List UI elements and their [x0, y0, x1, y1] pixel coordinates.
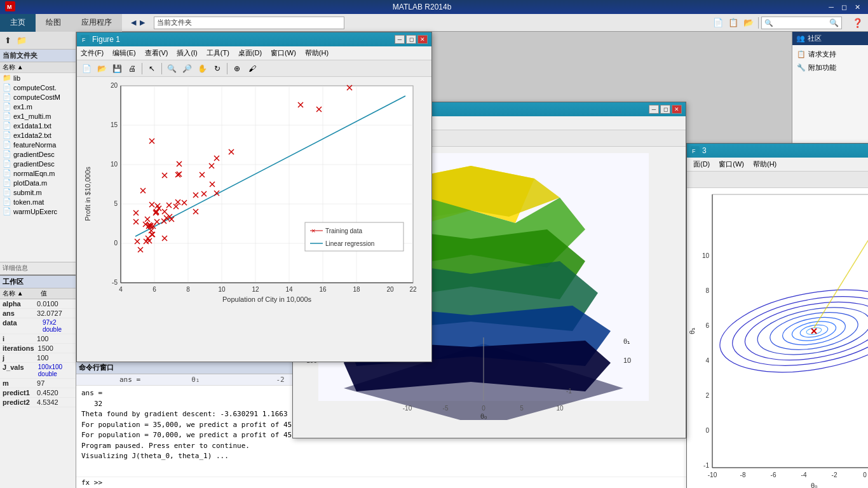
ws-row-alpha[interactable]: alpha 0.0100	[0, 299, 76, 309]
menu-help[interactable]: 帮助(H)	[301, 47, 332, 59]
folder-btn[interactable]: 📁	[15, 35, 29, 46]
fig2-minimize[interactable]: ─	[649, 105, 659, 114]
figure3-toolbar	[687, 172, 868, 188]
svg-text:10: 10	[218, 286, 226, 293]
file-item-warmup[interactable]: 📄 warmUpExerc	[0, 207, 76, 216]
print-fig-btn[interactable]: 🖨	[125, 62, 139, 76]
tab-apps[interactable]: 应用程序	[71, 14, 122, 32]
file-item-ex1multi[interactable]: 📄 ex1_multi.m	[0, 111, 76, 121]
figure1-title: Figure 1	[92, 35, 120, 44]
close-btn[interactable]: ✕	[852, 3, 863, 11]
help-request-support[interactable]: 📋 请求支持	[795, 48, 865, 61]
fig1-minimize[interactable]: ─	[395, 35, 405, 44]
ws-row-predict2[interactable]: predict2 4.5342	[0, 398, 76, 407]
brush-btn[interactable]: 🖌	[245, 62, 259, 76]
file-item-plotdata[interactable]: 📄 plotData.m	[0, 178, 76, 187]
arrow-tool[interactable]: ↖	[145, 62, 159, 76]
save-fig-btn[interactable]: 💾	[110, 62, 124, 76]
menu-insert[interactable]: 插入(I)	[173, 47, 201, 59]
tab-home[interactable]: 主页	[0, 14, 36, 32]
menu-edit[interactable]: 编辑(E)	[109, 47, 140, 59]
new-script-btn[interactable]: 📄	[711, 17, 725, 28]
menu-file[interactable]: 文件(F)	[77, 47, 107, 59]
menu-tools[interactable]: 工具(T)	[203, 47, 233, 59]
search-icon[interactable]: 🔍	[829, 18, 839, 27]
ws-row-i[interactable]: i 100	[0, 334, 76, 344]
file-item-computecost2[interactable]: 📄 computeCostM	[0, 92, 76, 102]
svg-text:-10: -10	[403, 405, 412, 412]
new-btn[interactable]: 📋	[726, 17, 740, 28]
svg-text:6: 6	[705, 322, 709, 329]
file-item-submit[interactable]: 📄 submit.m	[0, 187, 76, 197]
ws-header: 名称 ▲ 值	[0, 288, 76, 299]
fig3-menu-window[interactable]: 窗口(W)	[715, 158, 748, 170]
file-item-lib[interactable]: 📁 lib	[0, 73, 76, 83]
fig1-close[interactable]: ✕	[417, 35, 428, 44]
search-input[interactable]	[764, 19, 828, 27]
minimize-btn[interactable]: ─	[826, 3, 836, 11]
nav-back[interactable]: ◀	[130, 18, 137, 27]
new-fig-btn[interactable]: 📄	[79, 62, 93, 76]
file-icon: 📄	[3, 179, 11, 187]
nav-forward[interactable]: ▶	[139, 18, 146, 27]
file-item-ex1data2[interactable]: 📄 ex1data2.txt	[0, 130, 76, 140]
ws-row-data[interactable]: data 97x2 double	[0, 318, 76, 334]
help-addons[interactable]: 🔧 附加功能	[795, 61, 865, 74]
ws-row-ans[interactable]: ans 32.0727	[0, 309, 76, 318]
ws-row-jvals[interactable]: J_vals 100x100 double	[0, 363, 76, 379]
fig-sep3	[227, 63, 227, 74]
open-fig-btn[interactable]: 📂	[95, 62, 109, 76]
rotate-btn[interactable]: ↻	[210, 62, 224, 76]
fig3-menu-help[interactable]: 帮助(H)	[749, 158, 780, 170]
menu-window[interactable]: 窗口(W)	[267, 47, 300, 59]
fig1-maximize[interactable]: ◻	[406, 35, 416, 44]
file-item-gradientdesc1[interactable]: 📄 gradientDesc	[0, 149, 76, 159]
file-item-featurenorm[interactable]: 📄 featureNorma	[0, 140, 76, 149]
svg-text:θ₁: θ₁	[623, 337, 630, 345]
ws-row-predict1[interactable]: predict1 0.4520	[0, 388, 76, 398]
current-path: 当前文件夹	[157, 18, 192, 27]
zoom-in-btn[interactable]: 🔍	[165, 62, 179, 76]
svg-text:-6: -6	[771, 471, 776, 478]
file-icon: 📄	[3, 150, 11, 158]
file-item-ex1[interactable]: 📄 ex1.m	[0, 102, 76, 111]
menu-desktop[interactable]: 桌面(D)	[234, 47, 266, 59]
file-name: token.mat	[13, 198, 44, 206]
figure3-icon: F	[691, 146, 700, 155]
menu-view[interactable]: 查看(V)	[141, 47, 172, 59]
svg-text:Linear regression: Linear regression	[325, 240, 374, 247]
file-item-ex1data1[interactable]: 📄 ex1data1.txt	[0, 121, 76, 130]
ws-row-iterations[interactable]: iterations 1500	[0, 344, 76, 353]
fig2-close[interactable]: ✕	[672, 105, 682, 114]
file-item-computecost1[interactable]: 📄 computeCost.	[0, 83, 76, 92]
svg-text:0: 0	[482, 405, 485, 412]
file-browser: ⬆ 📁 当前文件夹 名称 ▲ 📁 lib 📄 computeCost. 📄 co…	[0, 32, 76, 488]
file-name: ex1data2.txt	[13, 132, 51, 139]
restore-btn[interactable]: ◻	[839, 3, 850, 11]
pan-btn[interactable]: ✋	[195, 62, 209, 76]
open-btn[interactable]: 📂	[742, 17, 756, 28]
file-item-normaleqn[interactable]: 📄 normalEqn.m	[0, 168, 76, 178]
command-input[interactable]	[102, 478, 787, 487]
data-cursor-btn[interactable]: ⊕	[230, 62, 244, 76]
file-item-gradientdesc2[interactable]: 📄 gradientDesc	[0, 159, 76, 168]
ws-row-m[interactable]: m 97	[0, 379, 76, 388]
file-name: featureNorma	[13, 141, 56, 149]
tab-plot[interactable]: 绘图	[36, 14, 71, 32]
file-name: submit.m	[13, 189, 42, 196]
file-item-token[interactable]: 📄 token.mat	[0, 197, 76, 207]
file-name: plotData.m	[13, 179, 47, 187]
name-sort[interactable]: 名称 ▲	[3, 63, 24, 72]
fig3-menu-desktop[interactable]: 面(D)	[689, 158, 714, 170]
fig2-maximize[interactable]: ◻	[660, 105, 670, 114]
help-icon[interactable]: ❓	[852, 18, 863, 28]
ws-row-j[interactable]: j 100	[0, 353, 76, 363]
figure1-titlebar: F Figure 1 ─ ◻ ✕	[77, 32, 431, 46]
file-sort-header: 名称 ▲	[0, 62, 76, 73]
svg-text:15: 15	[111, 121, 118, 128]
file-name: warmUpExerc	[13, 208, 57, 215]
svg-text:Population of City in 10,000s: Population of City in 10,000s	[222, 295, 312, 303]
zoom-out-btn[interactable]: 🔎	[180, 62, 194, 76]
folder-up-btn[interactable]: ⬆	[3, 35, 13, 46]
svg-text:-5: -5	[443, 405, 449, 412]
